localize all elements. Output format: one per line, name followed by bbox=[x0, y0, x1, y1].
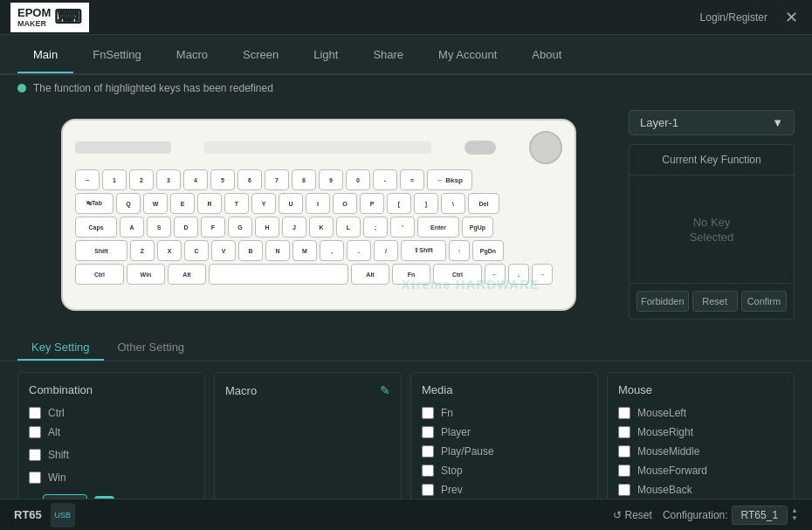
key-6[interactable]: 6 bbox=[237, 169, 262, 190]
key-d[interactable]: D bbox=[174, 217, 198, 237]
key-x[interactable]: X bbox=[157, 240, 182, 261]
key-z[interactable]: Z bbox=[130, 240, 155, 261]
media-stop-checkbox[interactable] bbox=[422, 465, 434, 477]
close-button[interactable]: ✕ bbox=[781, 8, 802, 27]
macro-edit-icon[interactable]: ✎ bbox=[380, 383, 390, 397]
media-fn-checkbox[interactable] bbox=[422, 407, 434, 419]
key-g[interactable]: G bbox=[228, 217, 252, 237]
nav-macro[interactable]: Macro bbox=[161, 38, 224, 73]
key-w[interactable]: W bbox=[143, 193, 168, 214]
key-7[interactable]: 7 bbox=[265, 169, 289, 190]
config-up-arrow[interactable]: ▲ bbox=[791, 507, 798, 514]
key-period[interactable]: . bbox=[347, 240, 371, 261]
key-comma[interactable]: , bbox=[320, 240, 344, 261]
key-semicolon[interactable]: ; bbox=[363, 217, 388, 237]
key-8[interactable]: 8 bbox=[292, 169, 316, 190]
config-down-arrow[interactable]: ▼ bbox=[791, 515, 798, 522]
key-tilde[interactable]: ~ bbox=[75, 169, 100, 190]
alt-checkbox[interactable] bbox=[29, 426, 41, 438]
kb-knob[interactable] bbox=[529, 131, 562, 164]
shift-checkbox[interactable] bbox=[29, 449, 41, 461]
key-lshift[interactable]: Shift bbox=[75, 240, 127, 261]
key-3[interactable]: 3 bbox=[156, 169, 181, 190]
key-c[interactable]: C bbox=[184, 240, 209, 261]
key-5[interactable]: 5 bbox=[210, 169, 235, 190]
key-pgdn[interactable]: PgDn bbox=[472, 240, 504, 261]
win-checkbox[interactable] bbox=[29, 471, 41, 484]
key-b[interactable]: B bbox=[238, 240, 263, 261]
nav-screen[interactable]: Screen bbox=[227, 38, 294, 73]
key-delete[interactable]: Del bbox=[468, 193, 499, 214]
media-prev-checkbox[interactable] bbox=[422, 484, 434, 496]
nav-about[interactable]: About bbox=[516, 38, 577, 73]
key-up[interactable]: ↑ bbox=[449, 240, 470, 261]
key-e[interactable]: E bbox=[170, 193, 195, 214]
mouse-forward-checkbox[interactable] bbox=[618, 465, 630, 477]
key-9[interactable]: 9 bbox=[319, 169, 343, 190]
key-a[interactable]: A bbox=[120, 217, 144, 237]
tab-other-setting[interactable]: Other Setting bbox=[104, 335, 199, 361]
key-tab[interactable]: ↹Tab bbox=[75, 193, 114, 214]
key-k[interactable]: K bbox=[309, 217, 334, 237]
mouse-middle-checkbox[interactable] bbox=[618, 445, 630, 458]
kb-switch[interactable] bbox=[464, 141, 496, 155]
key-m[interactable]: M bbox=[292, 240, 317, 261]
key-4[interactable]: 4 bbox=[183, 169, 208, 190]
reset-button[interactable]: ↺ Reset bbox=[613, 509, 652, 521]
key-0[interactable]: 0 bbox=[346, 169, 370, 190]
key-lbracket[interactable]: [ bbox=[387, 193, 411, 214]
ctrl-checkbox[interactable] bbox=[29, 407, 41, 419]
key-quote[interactable]: ' bbox=[390, 217, 415, 237]
confirm-button[interactable]: Confirm bbox=[741, 291, 787, 312]
nav-fnsetting[interactable]: FnSetting bbox=[77, 38, 157, 73]
key-row-2: ↹Tab Q W E R T Y U I O P [ ] \ Del bbox=[75, 193, 562, 214]
key-pgup[interactable]: PgUp bbox=[462, 217, 493, 237]
nav-main[interactable]: Main bbox=[17, 38, 73, 73]
key-o[interactable]: O bbox=[333, 193, 357, 214]
forbidden-button[interactable]: Forbidden bbox=[637, 291, 689, 312]
key-minus[interactable]: - bbox=[373, 169, 397, 190]
nav-myaccount[interactable]: My Account bbox=[423, 38, 513, 73]
key-t[interactable]: T bbox=[224, 193, 249, 214]
mouse-right-checkbox[interactable] bbox=[618, 426, 630, 438]
key-l[interactable]: L bbox=[336, 217, 361, 237]
key-i[interactable]: I bbox=[306, 193, 330, 214]
key-backslash[interactable]: \ bbox=[441, 193, 465, 214]
reset-key-button[interactable]: Reset bbox=[692, 291, 738, 312]
key-2[interactable]: 2 bbox=[129, 169, 154, 190]
key-backspace[interactable]: ← Bksp bbox=[427, 169, 472, 190]
media-playpause-checkbox[interactable] bbox=[422, 445, 434, 458]
key-space[interactable] bbox=[209, 264, 348, 285]
key-lctrl[interactable]: Ctrl bbox=[75, 264, 124, 285]
key-r[interactable]: R bbox=[197, 193, 222, 214]
key-v[interactable]: V bbox=[211, 240, 236, 261]
layer-select[interactable]: Layer-1 ▼ bbox=[629, 110, 795, 135]
mouse-back-checkbox[interactable] bbox=[618, 484, 630, 496]
key-s[interactable]: S bbox=[147, 217, 171, 237]
key-capslock[interactable]: Caps bbox=[75, 217, 117, 237]
key-u[interactable]: U bbox=[279, 193, 303, 214]
tab-key-setting[interactable]: Key Setting bbox=[17, 335, 104, 361]
key-j[interactable]: J bbox=[282, 217, 306, 237]
key-q[interactable]: Q bbox=[116, 193, 141, 214]
login-register-link[interactable]: Login/Register bbox=[700, 11, 767, 24]
media-player-checkbox[interactable] bbox=[422, 426, 434, 438]
key-win[interactable]: Win bbox=[127, 264, 165, 285]
key-equals[interactable]: = bbox=[400, 169, 424, 190]
key-f[interactable]: F bbox=[201, 217, 225, 237]
key-1[interactable]: 1 bbox=[102, 169, 127, 190]
nav-share[interactable]: Share bbox=[357, 38, 419, 73]
key-h[interactable]: H bbox=[255, 217, 279, 237]
key-ralt[interactable]: Alt bbox=[351, 264, 389, 285]
mouse-left-checkbox[interactable] bbox=[618, 407, 630, 419]
key-p[interactable]: P bbox=[360, 193, 384, 214]
nav-light[interactable]: Light bbox=[298, 38, 354, 73]
media-prev-row: Prev bbox=[422, 484, 583, 496]
key-slash[interactable]: / bbox=[374, 240, 398, 261]
key-enter[interactable]: Enter bbox=[417, 217, 459, 237]
key-n[interactable]: N bbox=[265, 240, 290, 261]
key-y[interactable]: Y bbox=[251, 193, 276, 214]
key-rshift[interactable]: ⇧Shift bbox=[401, 240, 446, 261]
key-rbracket[interactable]: ] bbox=[414, 193, 438, 214]
key-lalt[interactable]: Alt bbox=[168, 264, 206, 285]
